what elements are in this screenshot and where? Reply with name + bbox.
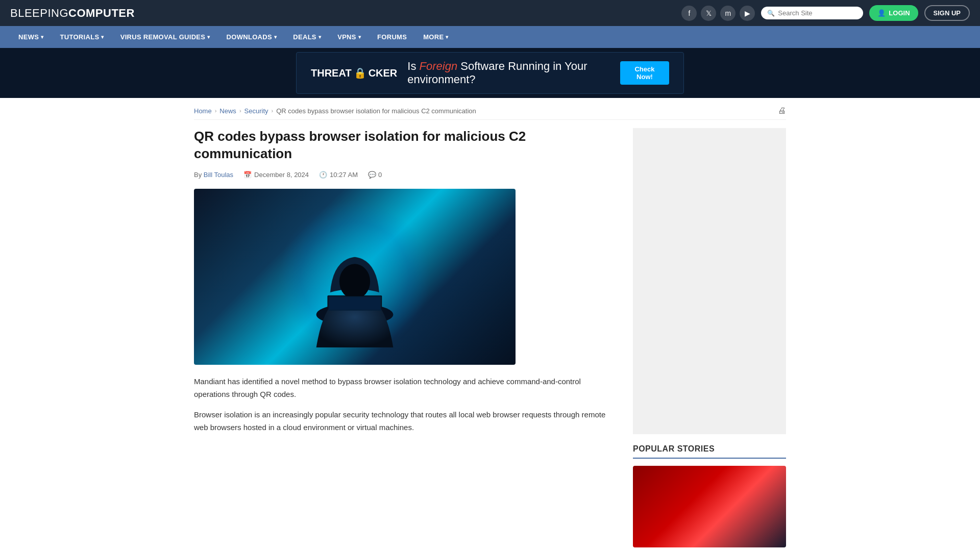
time-group: 🕐 10:27 AM [319,171,358,179]
chevron-down-icon: ▾ [41,34,43,40]
article-paragraph-1: Mandiant has identified a novel method t… [194,375,618,401]
logo-bold: COMPUTER [68,7,135,19]
nav-virus-removal[interactable]: VIRUS REMOVAL GUIDES ▾ [112,26,218,48]
search-input[interactable] [778,9,857,17]
user-icon: 👤 [877,9,886,17]
header-right: f 𝕏 m ▶ 🔍 👤 LOGIN SIGN UP [681,5,970,21]
nav-more[interactable]: MORE ▾ [415,26,457,48]
hacker-illustration [299,205,411,347]
chevron-down-icon: ▾ [101,34,104,40]
chevron-down-icon: ▾ [318,34,321,40]
popular-stories-heading: POPULAR STORIES [633,444,786,459]
ad-inner: THREAT 🔒 CKER Is Foreign Software Runnin… [296,52,684,94]
article-paragraph-2: Browser isolation is an increasingly pop… [194,408,618,434]
comments-count: 0 [378,171,382,179]
popular-story-image[interactable] [633,466,786,547]
svg-point-3 [339,264,370,299]
ad-banner: THREAT 🔒 CKER Is Foreign Software Runnin… [0,48,980,98]
search-icon: 🔍 [767,10,775,17]
login-button[interactable]: 👤 LOGIN [869,5,918,21]
chevron-down-icon: ▾ [274,34,277,40]
chevron-down-icon: ▾ [207,34,210,40]
nav-tutorials[interactable]: TUTORIALS ▾ [52,26,112,48]
comments-link[interactable]: 💬 0 [368,171,382,179]
article-sidebar: POPULAR STORIES [633,128,786,547]
site-logo[interactable]: BLEEPINGCOMPUTER [10,7,135,20]
logo-regular: BLEEPING [10,7,68,19]
breadcrumb-current: QR codes bypass browser isolation for ma… [276,107,476,115]
author-link[interactable]: Bill Toulas [204,171,233,179]
breadcrumb-sep-3: › [272,108,274,114]
nav-forums[interactable]: FORUMS [369,26,415,48]
comment-icon: 💬 [368,171,376,179]
threatlocker-lock-icon: 🔒 [354,67,366,79]
article-time: 10:27 AM [330,171,358,179]
nav-downloads[interactable]: DOWNLOADS ▾ [218,26,285,48]
login-label: LOGIN [889,9,910,17]
print-icon[interactable]: 🖨 [778,106,786,115]
breadcrumb-security[interactable]: Security [244,107,268,115]
signup-button[interactable]: SIGN UP [924,5,970,21]
content-wrapper: Home › News › Security › QR codes bypass… [184,98,796,547]
nav-vpns[interactable]: VPNS ▾ [329,26,369,48]
breadcrumb-home[interactable]: Home [194,107,212,115]
sidebar-ad [633,128,786,434]
mastodon-icon[interactable]: m [720,6,736,21]
breadcrumb-sep-2: › [239,108,241,114]
ad-headline: Is Foreign Software Running in Your envi… [407,60,610,86]
article-layout: QR codes bypass browser isolation for ma… [194,128,786,547]
breadcrumb: Home › News › Security › QR codes bypass… [194,98,786,120]
breadcrumb-sep-1: › [215,108,217,114]
youtube-icon[interactable]: ▶ [740,6,755,21]
article-body: Mandiant has identified a novel method t… [194,375,618,434]
main-nav: NEWS ▾ TUTORIALS ▾ VIRUS REMOVAL GUIDES … [0,26,980,48]
social-icons: f 𝕏 m ▶ [681,6,755,21]
facebook-icon[interactable]: f [681,6,697,21]
chevron-down-icon: ▾ [358,34,361,40]
clock-icon: 🕐 [319,171,327,179]
breadcrumb-news[interactable]: News [219,107,236,115]
article-main: QR codes bypass browser isolation for ma… [194,128,618,441]
threatlocker-logo-text: THREAT [311,67,352,79]
site-header: BLEEPINGCOMPUTER f 𝕏 m ▶ 🔍 👤 LOGIN SIGN … [0,0,980,26]
ad-cta-button[interactable]: Check Now! [620,61,669,85]
ad-logo: THREAT 🔒 CKER [311,67,397,79]
nav-deals[interactable]: DEALS ▾ [285,26,329,48]
date-group: 📅 December 8, 2024 [243,171,309,179]
hacker-figure [299,205,411,349]
chevron-down-icon: ▾ [446,34,448,40]
article-date: December 8, 2024 [254,171,309,179]
article-meta: By Bill Toulas 📅 December 8, 2024 🕐 10:2… [194,171,618,179]
twitter-icon[interactable]: 𝕏 [701,6,716,21]
svg-rect-5 [329,297,380,310]
article-hero-image [194,189,516,365]
author-attribution: By Bill Toulas [194,171,233,179]
threatlocker-logo-suffix: CKER [369,67,398,79]
nav-news[interactable]: NEWS ▾ [10,26,52,48]
calendar-icon: 📅 [243,171,252,179]
article-title: QR codes bypass browser isolation for ma… [194,128,618,163]
search-bar: 🔍 [761,7,863,19]
ad-foreign-word: Foreign [420,60,458,72]
